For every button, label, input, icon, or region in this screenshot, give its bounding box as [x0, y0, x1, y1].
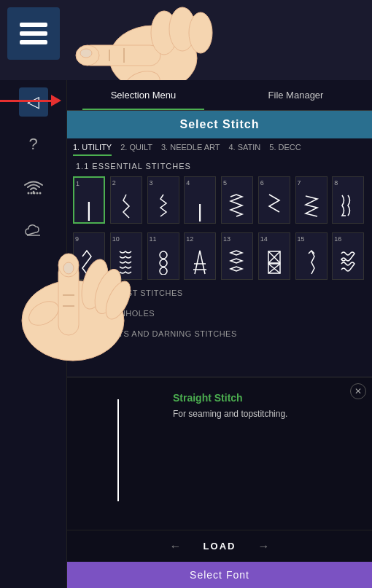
stitch-num-5: 5	[223, 179, 227, 187]
stitch-num-6: 6	[260, 179, 264, 187]
stitch-cell-13[interactable]: 13	[221, 232, 253, 280]
stitch-num-14: 14	[260, 235, 268, 243]
svg-point-11	[30, 192, 32, 195]
stitch-symbol-11	[155, 249, 171, 277]
svg-rect-1	[80, 45, 160, 66]
svg-point-4	[169, 7, 195, 51]
stitch-preview-canvas	[74, 392, 162, 509]
hamburger-line-3	[20, 40, 47, 44]
stitch-num-10: 10	[112, 235, 120, 243]
subcategory-overcast[interactable]: 1.2 OVERCAST STITCHES	[67, 283, 372, 303]
stitch-cell-3[interactable]: 3	[147, 176, 179, 224]
stitch-cell-8[interactable]: 8	[332, 176, 364, 224]
cat-tab-satin[interactable]: 4. SATIN	[229, 143, 261, 156]
select-stitch-header: Select Stitch	[67, 111, 372, 138]
stitch-symbol-16	[340, 249, 356, 277]
cat-tab-decc[interactable]: 5. DECC	[269, 143, 301, 156]
cloud-icon[interactable]	[19, 214, 48, 243]
prev-stitch-button[interactable]: ←	[170, 540, 182, 553]
stitch-num-15: 15	[298, 235, 305, 243]
stitch-num-12: 12	[186, 235, 193, 243]
svg-point-18	[160, 267, 167, 275]
tab-bar: Selection Menu File Manager	[67, 80, 372, 111]
svg-point-5	[189, 12, 212, 53]
stitch-symbol-10	[118, 249, 134, 277]
stitch-symbol-15	[303, 249, 319, 277]
stitch-cell-9[interactable]: 9	[73, 232, 105, 280]
top-area	[0, 0, 372, 80]
stitch-symbol-12	[192, 249, 208, 277]
load-bar: ← LOAD →	[67, 530, 372, 562]
section-title: 1.1 ESSENTIAL STITCHES	[67, 156, 372, 173]
left-sidebar: ◁ ?	[0, 80, 67, 588]
svg-point-17	[160, 259, 167, 267]
stitch-symbol-3	[156, 193, 171, 221]
preview-stitch-name: Straight Stitch	[173, 392, 365, 404]
stitch-symbol-5	[229, 193, 245, 221]
category-tabs: 1. UTILITY 2. QUILT 3. NEEDLE ART 4. SAT…	[67, 138, 372, 156]
svg-point-13	[36, 192, 38, 195]
stitch-num-3: 3	[150, 179, 153, 187]
stitch-grid-row2: 9 10 11	[67, 230, 372, 283]
stitch-cell-4[interactable]: 4 |	[184, 176, 216, 224]
select-font-bar[interactable]: Select Font	[67, 562, 372, 588]
cat-tab-quilt[interactable]: 2. QUILT	[120, 143, 152, 156]
stitch-cell-6[interactable]: 6	[258, 176, 290, 224]
stitch-cell-14[interactable]: 14	[258, 232, 290, 280]
stitch-num-1: 1	[76, 180, 80, 187]
cat-tab-utility[interactable]: 1. UTILITY	[73, 143, 112, 156]
red-arrow	[0, 95, 61, 106]
arrow-head	[51, 95, 61, 106]
stitch-cell-16[interactable]: 16	[332, 232, 364, 280]
straight-stitch-line	[117, 399, 119, 501]
stitch-num-9: 9	[75, 235, 79, 243]
preview-area: ✕ Straight Stitch For seaming and topsti…	[67, 377, 372, 530]
stitch-num-4: 4	[186, 179, 190, 187]
stitch-symbol-7	[303, 193, 319, 221]
svg-point-10	[27, 192, 29, 195]
svg-point-7	[80, 49, 92, 58]
stitch-cell-11[interactable]: 11	[147, 232, 179, 280]
stitch-cell-15[interactable]: 15	[295, 232, 328, 280]
stitch-symbol-14	[266, 249, 282, 277]
wifi-icon	[19, 172, 48, 201]
load-button[interactable]: LOAD	[204, 541, 236, 552]
stitch-num-13: 13	[223, 235, 230, 243]
stitch-cell-10[interactable]: 10	[110, 232, 142, 280]
stitch-cell-7[interactable]: 7	[295, 176, 328, 224]
arrow-line	[0, 100, 51, 102]
stitch-symbol-9	[81, 249, 97, 277]
subcategory-buttonholes[interactable]: 1.3 BUTTONHOLES	[67, 303, 372, 324]
preview-close-button[interactable]: ✕	[350, 383, 366, 399]
next-stitch-button[interactable]: →	[257, 540, 269, 553]
stitch-cell-12[interactable]: 12	[184, 232, 216, 280]
stitch-symbol-13	[229, 249, 245, 277]
cat-tab-needle-art[interactable]: 3. NEEDLE ART	[161, 143, 220, 156]
stitch-cell-1[interactable]: 1 |	[73, 176, 105, 224]
svg-point-14	[39, 192, 41, 195]
stitch-symbol-2	[119, 193, 133, 221]
preview-stitch-description: For seaming and topstitching.	[173, 408, 365, 420]
stitch-symbol-1: |	[86, 200, 91, 220]
hamburger-line-2	[20, 31, 47, 36]
subcategory-eyelets[interactable]: 1.4 EYELETS AND DARNING STITCHES	[67, 324, 372, 344]
stitch-num-7: 7	[298, 179, 301, 187]
tab-file-manager[interactable]: File Manager	[220, 80, 372, 110]
help-button[interactable]: ?	[19, 130, 48, 159]
hamburger-line-1	[20, 23, 47, 27]
main-panel: Selection Menu File Manager Select Stitc…	[67, 80, 372, 588]
svg-point-3	[151, 11, 177, 55]
svg-point-12	[33, 192, 35, 195]
stitch-cell-2[interactable]: 2	[110, 176, 142, 224]
stitch-symbol-8	[340, 193, 356, 221]
menu-icon-box[interactable]	[7, 7, 60, 60]
svg-point-2	[76, 45, 99, 66]
svg-point-16	[160, 251, 167, 259]
stitch-cell-5[interactable]: 5	[221, 176, 253, 224]
stitch-num-8: 8	[334, 179, 338, 187]
stitch-num-11: 11	[150, 235, 157, 243]
hamburger-icon	[20, 23, 47, 44]
stitch-symbol-4: |	[198, 202, 203, 221]
tab-selection-menu[interactable]: Selection Menu	[67, 80, 220, 110]
stitch-symbol-6	[266, 193, 282, 221]
